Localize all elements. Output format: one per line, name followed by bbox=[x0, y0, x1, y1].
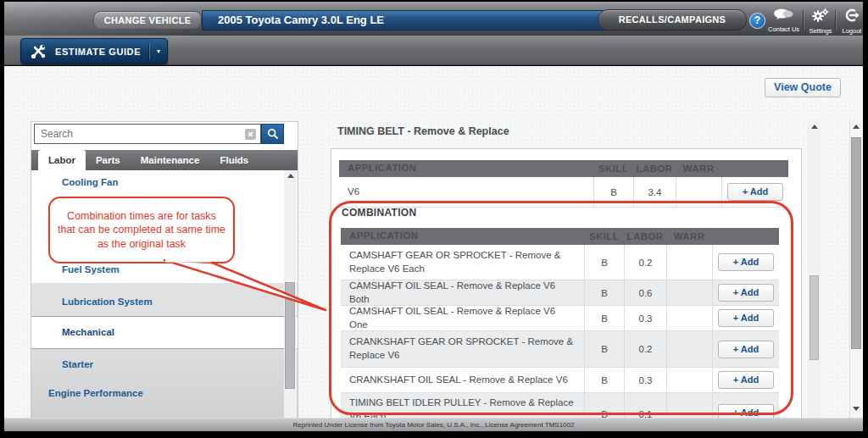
sidebar-scrollbar[interactable] bbox=[284, 170, 297, 420]
change-vehicle-button[interactable]: CHANGE VEHICLE bbox=[93, 11, 202, 30]
combination-section-label: COMBINATION bbox=[342, 207, 416, 219]
col-skill: SKILL bbox=[584, 228, 624, 245]
tools-icon bbox=[30, 43, 47, 60]
table-header: APPLICATION SKILL LABOR WARR bbox=[339, 160, 788, 177]
page-content: View Quote Labor Parts Maintenance bbox=[4, 66, 863, 418]
sidebar-item-engine-performance[interactable]: Engine Performance bbox=[31, 383, 284, 403]
sidebar-item-mechanical[interactable]: Mechanical bbox=[31, 322, 284, 342]
panel-scroll-thumb[interactable] bbox=[810, 275, 819, 360]
cell-labor: 0.3 bbox=[624, 306, 666, 330]
tab-parts[interactable]: Parts bbox=[86, 150, 131, 170]
add-button[interactable]: + Add bbox=[718, 309, 774, 327]
logout-icon bbox=[843, 8, 860, 22]
chevron-down-icon[interactable]: ▾ bbox=[150, 47, 167, 55]
cell-skill: B bbox=[584, 368, 624, 392]
search-button[interactable] bbox=[261, 124, 284, 144]
nav-chrome-bar: ESTIMATE GUIDE ▾ bbox=[4, 36, 863, 65]
col-action bbox=[721, 160, 788, 177]
sidebar-item-lubrication-system[interactable]: Lubrication System bbox=[31, 291, 284, 312]
logout-button[interactable]: Logout bbox=[837, 8, 867, 34]
primary-table: APPLICATION SKILL LABOR WARR V6 B 3.4 + … bbox=[339, 160, 788, 208]
cell-warr bbox=[666, 331, 712, 367]
cell-application: CRANKSHAFT GEAR OR SPROCKET - Remove & R… bbox=[341, 332, 584, 365]
estimate-guide-label: ESTIMATE GUIDE bbox=[55, 47, 149, 57]
cell-warr bbox=[676, 177, 721, 207]
col-application: APPLICATION bbox=[339, 162, 593, 175]
license-footer: Reprinted Under License from Toyota Moto… bbox=[4, 418, 863, 431]
sidebar-item-fuel-system[interactable]: Fuel System bbox=[31, 259, 284, 280]
col-application: APPLICATION bbox=[341, 230, 584, 243]
cell-warr bbox=[666, 368, 712, 392]
speech-bubble-icon bbox=[773, 8, 793, 20]
add-button[interactable]: + Add bbox=[727, 183, 783, 201]
cell-warr bbox=[666, 306, 712, 330]
contact-us-button[interactable]: Contact Us bbox=[768, 8, 798, 34]
divider bbox=[803, 9, 804, 30]
divider bbox=[835, 9, 836, 30]
app-window: CHANGE VEHICLE 2005 Toyota Camry 3.0L En… bbox=[0, 0, 868, 438]
col-warr: WARR bbox=[676, 160, 721, 177]
col-action bbox=[712, 228, 779, 245]
cell-application: V6 bbox=[339, 182, 593, 202]
sidebar-item-starter[interactable]: Starter bbox=[31, 354, 284, 374]
tab-fluids[interactable]: Fluids bbox=[209, 150, 259, 170]
sidebar: Labor Parts Maintenance Fluids Cooling F… bbox=[31, 121, 298, 421]
scroll-down-icon[interactable] bbox=[853, 407, 860, 411]
cell-application: CAMSHAFT GEAR OR SPROCKET - Remove & Rep… bbox=[341, 246, 584, 279]
cell-labor: 0.2 bbox=[624, 245, 666, 280]
cell-labor: 0.6 bbox=[624, 280, 666, 305]
search-bar bbox=[31, 122, 298, 147]
settings-button[interactable]: Settings bbox=[805, 8, 836, 34]
combination-table: APPLICATION SKILL LABOR WARR CAMSHAFT GE… bbox=[341, 228, 779, 419]
cell-warr bbox=[666, 245, 712, 280]
contact-us-label: Contact Us bbox=[768, 25, 798, 33]
scroll-up-icon[interactable] bbox=[811, 125, 818, 129]
add-button[interactable]: + Add bbox=[718, 253, 774, 271]
cell-labor: 0.3 bbox=[624, 368, 666, 392]
cell-labor: 0.1 bbox=[624, 393, 666, 419]
col-skill: SKILL bbox=[593, 160, 633, 177]
add-button[interactable]: + Add bbox=[718, 341, 774, 358]
clear-search-icon[interactable] bbox=[245, 129, 256, 140]
cell-skill: B bbox=[584, 306, 624, 330]
cell-skill: B bbox=[584, 393, 624, 419]
add-button[interactable]: + Add bbox=[718, 404, 774, 419]
cell-skill: B bbox=[584, 280, 624, 305]
scroll-up-icon[interactable] bbox=[853, 125, 860, 129]
search-input[interactable] bbox=[34, 124, 261, 144]
table-row: CRANKSHAFT OIL SEAL - Remove & Replace V… bbox=[341, 368, 779, 393]
add-button[interactable]: + Add bbox=[718, 284, 774, 302]
cell-skill: B bbox=[593, 177, 633, 207]
recalls-campaigns-button[interactable]: RECALLS/CAMPAIGNS bbox=[598, 9, 747, 30]
cell-application: CAMSHAFT OIL SEAL - Remove & Replace V6 … bbox=[341, 302, 584, 335]
help-icon[interactable]: ? bbox=[749, 13, 765, 29]
cell-labor: 0.2 bbox=[624, 331, 666, 367]
col-labor: LABOR bbox=[633, 160, 676, 177]
cell-warr bbox=[666, 393, 712, 419]
table-row: TIMING BELT IDLER PULLEY - Remove & Repl… bbox=[341, 393, 779, 419]
category-list: Cooling Fan Fuel System Lubrication Syst… bbox=[31, 170, 298, 420]
sidebar-tabbar: Labor Parts Maintenance Fluids bbox=[31, 150, 298, 170]
table-row: CAMSHAFT OIL SEAL - Remove & Replace V6 … bbox=[341, 306, 779, 331]
table-row: CRANKSHAFT GEAR OR SPROCKET - Remove & R… bbox=[341, 331, 779, 368]
scroll-up-icon[interactable] bbox=[287, 174, 294, 178]
sidebar-item-cooling-fan[interactable]: Cooling Fan bbox=[31, 172, 284, 192]
add-button[interactable]: + Add bbox=[718, 371, 774, 389]
labor-results-panel: APPLICATION SKILL LABOR WARR V6 B 3.4 + … bbox=[331, 148, 802, 419]
panel-scrollbar[interactable] bbox=[808, 120, 821, 419]
tab-labor[interactable]: Labor bbox=[38, 150, 86, 170]
logout-label: Logout bbox=[837, 27, 867, 35]
view-quote-button[interactable]: View Quote bbox=[765, 78, 841, 97]
vehicle-title: 2005 Toyota Camry 3.0L Eng LE bbox=[202, 10, 607, 30]
table-row: CAMSHAFT GEAR OR SPROCKET - Remove & Rep… bbox=[341, 245, 779, 280]
cell-application: CRANKSHAFT OIL SEAL - Remove & Replace V… bbox=[341, 370, 584, 391]
cell-warr bbox=[666, 280, 712, 305]
col-labor: LABOR bbox=[624, 228, 666, 245]
sidebar-scroll-thumb[interactable] bbox=[285, 282, 295, 389]
tab-maintenance[interactable]: Maintenance bbox=[131, 150, 210, 170]
top-chrome-bar: CHANGE VEHICLE 2005 Toyota Camry 3.0L En… bbox=[4, 2, 863, 36]
cell-skill: B bbox=[584, 245, 624, 280]
page-scroll-thumb[interactable] bbox=[851, 137, 861, 349]
page-title: TIMING BELT - Remove & Replace bbox=[337, 125, 509, 137]
estimate-guide-tab[interactable]: ESTIMATE GUIDE ▾ bbox=[20, 38, 168, 64]
